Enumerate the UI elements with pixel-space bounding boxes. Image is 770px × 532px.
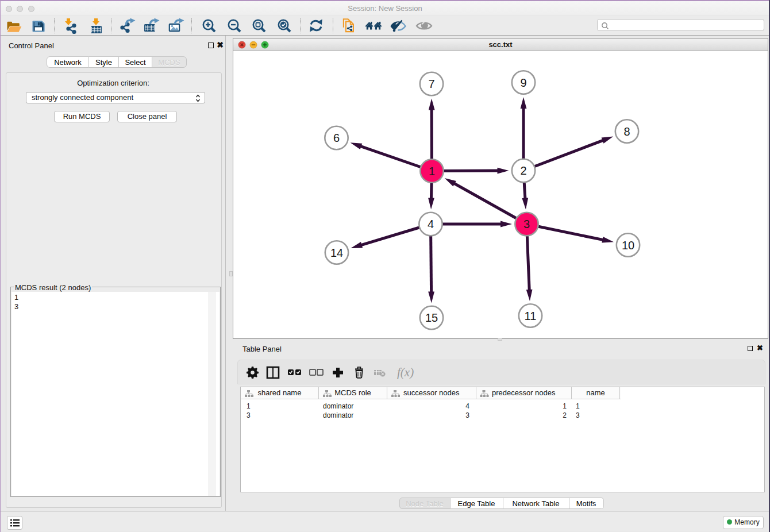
svg-text:9: 9 (520, 76, 526, 89)
svg-text:6: 6 (333, 132, 340, 144)
svg-text:10: 10 (622, 239, 634, 252)
svg-text:1: 1 (429, 165, 435, 178)
svg-text:4: 4 (428, 218, 434, 230)
svg-text:2: 2 (520, 164, 526, 177)
svg-text:15: 15 (425, 311, 438, 324)
svg-text:7: 7 (428, 78, 434, 90)
svg-text:14: 14 (330, 246, 343, 259)
svg-text:3: 3 (523, 218, 530, 230)
svg-text:11: 11 (525, 310, 537, 322)
svg-text:8: 8 (623, 125, 630, 138)
svg-text:f(x): f(x) (397, 365, 414, 379)
